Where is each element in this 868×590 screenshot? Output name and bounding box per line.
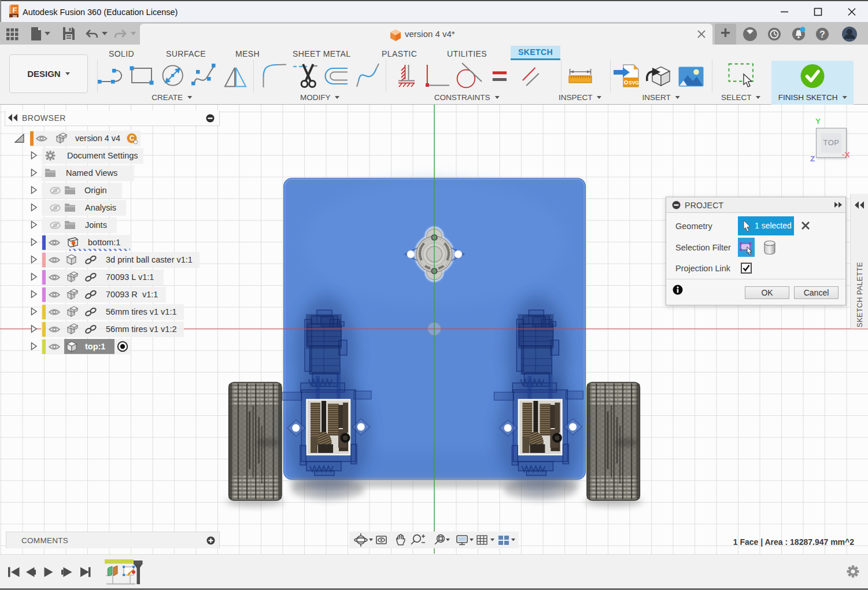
svg-text:?: ? — [819, 30, 825, 39]
svg-text:SVG: SVG — [629, 80, 639, 86]
svg-text:360: 360 — [13, 15, 17, 18]
svg-text:F: F — [13, 6, 17, 14]
